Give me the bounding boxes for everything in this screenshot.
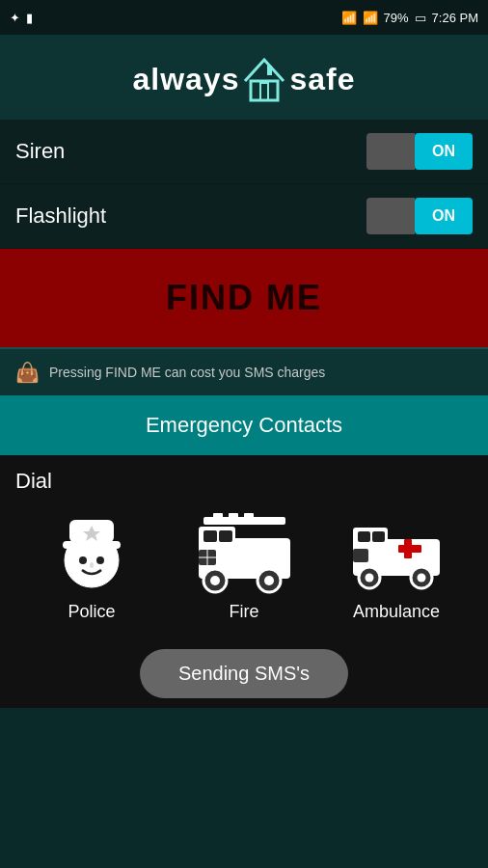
svg-rect-27 — [358, 531, 370, 542]
status-bar: ✦ ▮ 📶 📶 79% ▭ 7:26 PM — [0, 0, 488, 35]
police-icon-wrap — [39, 509, 145, 596]
svg-rect-35 — [353, 549, 368, 562]
svg-rect-30 — [404, 539, 412, 558]
svg-rect-15 — [213, 513, 223, 519]
battery-icon: ▭ — [415, 11, 426, 25]
svg-rect-1 — [260, 83, 268, 100]
signal-icon: 📶 — [363, 11, 378, 25]
status-right-icons: 📶 📶 79% ▭ 7:26 PM — [341, 11, 478, 25]
police-label: Police — [68, 602, 115, 622]
sms-warning-text: Pressing FIND ME can cost you SMS charge… — [49, 365, 325, 380]
fire-dial-item[interactable]: Fire — [191, 509, 297, 622]
svg-rect-13 — [219, 530, 232, 542]
svg-point-34 — [418, 573, 426, 582]
svg-point-21 — [264, 576, 274, 585]
dial-section: Dial — [0, 455, 488, 632]
svg-point-32 — [366, 573, 374, 582]
ambulance-dial-item[interactable]: Ambulance — [343, 509, 449, 622]
flashlight-label: Flashlight — [15, 203, 106, 229]
emergency-contacts-button[interactable]: Emergency Contacts — [0, 395, 488, 455]
svg-rect-2 — [267, 66, 272, 75]
logo-text-before: always — [132, 62, 239, 97]
fire-label: Fire — [230, 602, 259, 622]
battery-text: 79% — [384, 11, 409, 25]
sms-warning-bar: 👜 Pressing FIND ME can cost you SMS char… — [0, 347, 488, 395]
siren-toggle[interactable]: ON — [415, 133, 473, 170]
flashlight-toggle[interactable]: ON — [415, 198, 473, 234]
police-dial-item[interactable]: Police — [39, 509, 145, 622]
warning-icon: 👜 — [15, 361, 40, 384]
svg-point-9 — [90, 562, 94, 568]
svg-point-7 — [79, 556, 87, 564]
find-me-area: FIND ME — [0, 249, 488, 347]
logo-text-after: safe — [289, 62, 355, 97]
fire-icon-wrap — [191, 509, 297, 596]
status-left-icons: ✦ ▮ — [10, 11, 33, 25]
toggle-section: Siren ON Flashlight ON — [0, 120, 488, 249]
svg-rect-12 — [203, 530, 217, 542]
flashlight-row: Flashlight ON — [0, 184, 488, 249]
svg-rect-17 — [244, 513, 254, 519]
logo-area: always safe — [0, 35, 488, 120]
logo-house-icon — [241, 54, 287, 104]
svg-rect-28 — [372, 531, 385, 542]
siren-row: Siren ON — [0, 120, 488, 184]
svg-rect-16 — [229, 513, 238, 519]
find-me-button[interactable]: FIND ME — [166, 278, 322, 318]
ambulance-label: Ambulance — [353, 602, 440, 622]
wifi-icon: 📶 — [341, 11, 357, 25]
ambulance-icon-wrap — [343, 509, 449, 596]
svg-point-19 — [210, 576, 220, 585]
image-icon: ▮ — [26, 11, 33, 25]
sending-sms-toast: Sending SMS's — [140, 649, 348, 698]
usb-icon: ✦ — [10, 11, 20, 25]
siren-label: Siren — [15, 139, 65, 164]
svg-point-8 — [96, 556, 104, 564]
status-time: 7:26 PM — [432, 11, 478, 25]
toast-area: Sending SMS's — [0, 632, 488, 708]
dial-buttons: Police — [15, 509, 473, 622]
dial-label: Dial — [15, 469, 473, 494]
